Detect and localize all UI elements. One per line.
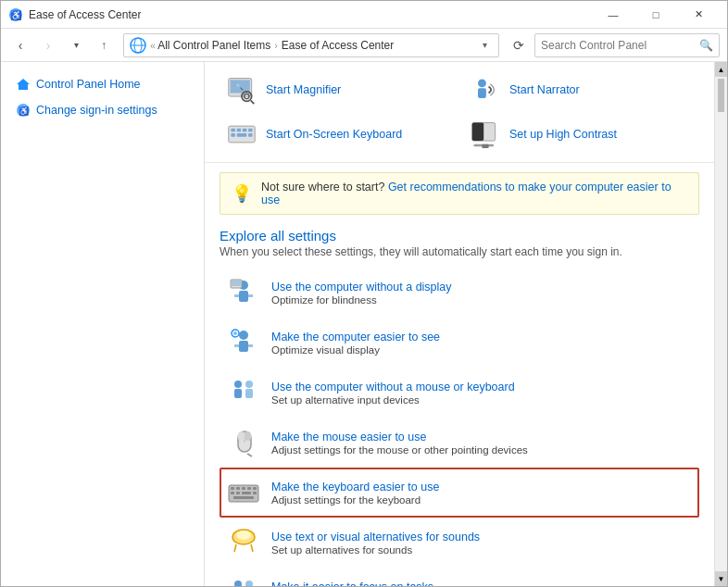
focus-title: Make it easier to focus on tasks — [271, 581, 694, 587]
easier-see-icon — [225, 324, 262, 361]
mouse-title: Make the mouse easier to use — [271, 431, 694, 443]
settings-item-sounds[interactable]: Use text or visual alternatives for soun… — [220, 518, 699, 568]
settings-list: Use the computer without a display Optim… — [220, 268, 699, 586]
no-display-desc: Optimize for blindness — [271, 294, 694, 306]
svg-rect-55 — [231, 492, 234, 494]
no-display-icon — [225, 274, 262, 311]
svg-text:🔍: 🔍 — [235, 82, 244, 91]
svg-rect-36 — [234, 344, 240, 347]
quick-item-magnifier[interactable]: 🔍 Start Magnifier — [220, 69, 456, 110]
easier-see-title: Make the computer easier to see — [271, 331, 694, 343]
svg-rect-35 — [239, 341, 248, 352]
tip-bar: 💡 Not sure where to start? Get recommend… — [220, 172, 699, 215]
close-button[interactable]: ✕ — [677, 1, 720, 29]
address-control-panel[interactable]: All Control Panel Items — [157, 39, 270, 52]
svg-point-39 — [233, 331, 237, 335]
svg-point-14 — [478, 79, 486, 87]
svg-rect-15 — [478, 88, 486, 98]
settings-item-focus[interactable]: Make it easier to focus on tasks Adjust … — [220, 568, 699, 586]
svg-marker-5 — [17, 79, 30, 90]
settings-item-no-mouse[interactable]: Use the computer without a mouse or keyb… — [220, 368, 699, 418]
settings-item-no-display[interactable]: Use the computer without a display Optim… — [220, 268, 699, 318]
svg-rect-50 — [231, 487, 234, 490]
svg-rect-59 — [233, 496, 254, 499]
quick-item-osk[interactable]: Start On-Screen Keyboard — [220, 114, 456, 155]
sidebar-item-signin[interactable]: ♿ Change sign-in settings — [1, 97, 204, 123]
easier-see-desc: Optimize visual display — [271, 344, 694, 356]
svg-rect-54 — [253, 487, 257, 490]
settings-item-mouse[interactable]: Make the mouse easier to use Adjust sett… — [220, 418, 699, 468]
svg-point-66 — [245, 581, 253, 586]
title-bar-buttons: — □ ✕ — [592, 1, 720, 29]
svg-rect-22 — [237, 133, 247, 137]
address-path: « All Control Panel Items › Ease of Acce… — [150, 39, 476, 52]
osk-icon — [225, 118, 258, 151]
svg-point-34 — [239, 331, 248, 340]
scrollbar[interactable]: ▲ ▼ — [714, 62, 727, 586]
home-icon — [16, 77, 31, 92]
window-icon: ♿ — [8, 7, 23, 22]
sidebar-item-home[interactable]: Control Panel Home — [1, 71, 204, 97]
no-mouse-title: Use the computer without a mouse or keyb… — [271, 381, 694, 393]
address-separator-left: « — [150, 40, 156, 51]
svg-rect-29 — [239, 291, 248, 302]
magnifier-icon: 🔍 — [225, 73, 258, 106]
forward-button[interactable]: › — [36, 33, 60, 57]
explore-title[interactable]: Explore all settings — [220, 228, 699, 244]
explore-subtitle: When you select these settings, they wil… — [220, 245, 699, 258]
svg-rect-33 — [232, 281, 241, 286]
no-display-content: Use the computer without a display Optim… — [271, 281, 694, 306]
no-mouse-content: Use the computer without a mouse or keyb… — [271, 381, 694, 406]
svg-point-40 — [234, 381, 242, 388]
svg-line-48 — [247, 454, 252, 456]
svg-point-64 — [234, 581, 242, 586]
quick-access-grid: 🔍 Start Magnifier — [220, 69, 699, 155]
svg-line-63 — [251, 544, 253, 552]
recent-locations-button[interactable]: ▾ — [64, 33, 88, 57]
svg-rect-46 — [238, 431, 245, 441]
scroll-down-button[interactable]: ▼ — [715, 571, 728, 586]
svg-rect-20 — [248, 129, 252, 132]
svg-line-12 — [251, 101, 255, 105]
svg-rect-30 — [234, 294, 240, 297]
svg-rect-43 — [245, 389, 253, 398]
no-display-title: Use the computer without a display — [271, 281, 694, 294]
quick-access-section: 🔍 Start Magnifier — [205, 62, 714, 163]
svg-rect-21 — [231, 133, 234, 137]
search-input[interactable] — [541, 39, 699, 52]
svg-rect-53 — [247, 487, 251, 490]
settings-item-easier-see[interactable]: Make the computer easier to see Optimize… — [220, 318, 699, 368]
back-button[interactable]: ‹ — [8, 33, 32, 57]
address-sep: › — [274, 40, 278, 51]
maximize-button[interactable]: □ — [634, 1, 677, 29]
no-mouse-desc: Set up alternative input devices — [271, 394, 694, 406]
scroll-thumb[interactable] — [716, 77, 726, 114]
svg-rect-56 — [236, 492, 240, 494]
explore-section: Explore all settings When you select the… — [205, 224, 714, 586]
settings-item-keyboard[interactable]: Make the keyboard easier to use Adjust s… — [220, 468, 699, 518]
svg-rect-51 — [236, 487, 240, 490]
sidebar-home-label: Control Panel Home — [36, 78, 141, 91]
quick-magnifier-label: Start Magnifier — [266, 83, 341, 96]
up-button[interactable]: ↑ — [92, 33, 116, 57]
address-bar[interactable]: « All Control Panel Items › Ease of Acce… — [123, 33, 499, 57]
focus-icon — [225, 574, 262, 586]
search-icon[interactable]: 🔍 — [699, 39, 713, 52]
no-mouse-icon — [225, 374, 262, 411]
sounds-content: Use text or visual alternatives for soun… — [271, 531, 694, 556]
svg-rect-57 — [242, 492, 251, 494]
quick-item-narrator[interactable]: Start Narrator — [463, 69, 699, 110]
search-box[interactable]: 🔍 — [534, 33, 720, 57]
sidebar-signin-label: Change sign-in settings — [36, 104, 157, 117]
minimize-button[interactable]: — — [592, 1, 634, 29]
refresh-button[interactable]: ⟳ — [507, 33, 531, 57]
keyboard-easier-icon — [225, 474, 262, 511]
address-dropdown-button[interactable]: ▾ — [476, 34, 493, 56]
quick-item-contrast[interactable]: Set up High Contrast — [463, 114, 699, 155]
content-area: Control Panel Home ♿ Change sign-in sett… — [1, 62, 727, 586]
svg-rect-25 — [472, 123, 483, 142]
svg-rect-17 — [231, 129, 234, 132]
globe-icon — [130, 37, 146, 54]
svg-rect-37 — [247, 344, 253, 347]
scroll-up-button[interactable]: ▲ — [715, 62, 728, 77]
